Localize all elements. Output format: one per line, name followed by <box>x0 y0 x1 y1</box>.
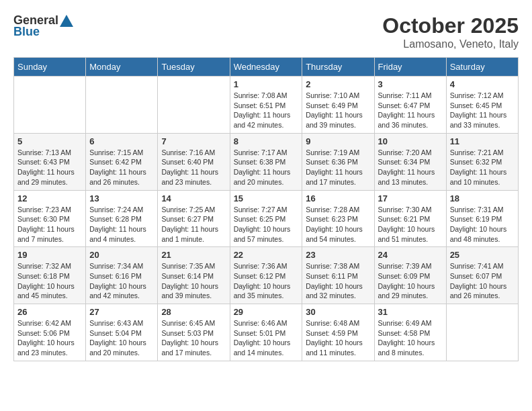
day-number: 13 <box>89 193 154 203</box>
day-info: Sunrise: 7:11 AMSunset: 6:47 PMDaylight:… <box>378 91 443 130</box>
day-cell: 21Sunrise: 7:35 AMSunset: 6:14 PMDayligh… <box>158 247 230 304</box>
day-number: 29 <box>234 307 299 317</box>
day-info: Sunrise: 7:36 AMSunset: 6:12 PMDaylight:… <box>234 261 299 301</box>
header-row: SundayMondayTuesdayWednesdayThursdayFrid… <box>14 58 519 77</box>
day-number: 17 <box>378 193 443 203</box>
day-number: 21 <box>161 250 226 260</box>
day-number: 12 <box>17 193 82 203</box>
day-cell: 3Sunrise: 7:11 AMSunset: 6:47 PMDaylight… <box>374 77 446 134</box>
header-cell-thursday: Thursday <box>302 58 374 77</box>
calendar-subtitle: Lamosano, Veneto, Italy <box>382 38 519 50</box>
week-row-3: 19Sunrise: 7:32 AMSunset: 6:18 PMDayligh… <box>14 247 519 304</box>
day-cell: 10Sunrise: 7:20 AMSunset: 6:34 PMDayligh… <box>374 133 446 190</box>
day-number: 8 <box>234 136 299 146</box>
day-cell: 9Sunrise: 7:19 AMSunset: 6:36 PMDaylight… <box>302 133 374 190</box>
day-number: 7 <box>161 136 226 146</box>
day-number: 11 <box>450 136 515 146</box>
day-cell: 27Sunrise: 6:43 AMSunset: 5:04 PMDayligh… <box>86 304 158 361</box>
day-number: 25 <box>450 250 515 260</box>
calendar-table: SundayMondayTuesdayWednesdayThursdayFrid… <box>13 57 519 361</box>
day-info: Sunrise: 7:27 AMSunset: 6:25 PMDaylight:… <box>234 205 299 244</box>
day-number: 2 <box>306 79 370 89</box>
day-info: Sunrise: 7:41 AMSunset: 6:07 PMDaylight:… <box>450 261 515 301</box>
header: General Blue October 2025 Lamosano, Vene… <box>13 13 519 50</box>
day-info: Sunrise: 7:16 AMSunset: 6:40 PMDaylight:… <box>161 148 226 187</box>
day-info: Sunrise: 7:31 AMSunset: 6:19 PMDaylight:… <box>450 205 515 244</box>
day-number: 22 <box>234 250 299 260</box>
week-row-1: 5Sunrise: 7:13 AMSunset: 6:43 PMDaylight… <box>14 133 519 190</box>
day-number: 9 <box>306 136 370 146</box>
week-row-2: 12Sunrise: 7:23 AMSunset: 6:30 PMDayligh… <box>14 190 519 247</box>
week-row-4: 26Sunrise: 6:42 AMSunset: 5:06 PMDayligh… <box>14 304 519 361</box>
day-info: Sunrise: 7:30 AMSunset: 6:21 PMDaylight:… <box>378 205 443 244</box>
day-number: 14 <box>161 193 226 203</box>
day-cell <box>86 77 158 134</box>
svg-marker-0 <box>60 15 73 27</box>
day-number: 16 <box>306 193 370 203</box>
day-cell: 12Sunrise: 7:23 AMSunset: 6:30 PMDayligh… <box>14 190 86 247</box>
day-cell: 26Sunrise: 6:42 AMSunset: 5:06 PMDayligh… <box>14 304 86 361</box>
day-cell: 19Sunrise: 7:32 AMSunset: 6:18 PMDayligh… <box>14 247 86 304</box>
day-info: Sunrise: 7:21 AMSunset: 6:32 PMDaylight:… <box>450 148 515 187</box>
day-info: Sunrise: 7:08 AMSunset: 6:51 PMDaylight:… <box>234 91 299 130</box>
day-info: Sunrise: 7:15 AMSunset: 6:42 PMDaylight:… <box>89 148 154 187</box>
day-number: 4 <box>450 79 515 89</box>
day-number: 20 <box>89 250 154 260</box>
day-number: 15 <box>234 193 299 203</box>
day-info: Sunrise: 6:46 AMSunset: 5:01 PMDaylight:… <box>234 318 299 358</box>
day-cell: 16Sunrise: 7:28 AMSunset: 6:23 PMDayligh… <box>302 190 374 247</box>
day-cell: 14Sunrise: 7:25 AMSunset: 6:27 PMDayligh… <box>158 190 230 247</box>
day-cell: 1Sunrise: 7:08 AMSunset: 6:51 PMDaylight… <box>230 77 302 134</box>
week-row-0: 1Sunrise: 7:08 AMSunset: 6:51 PMDaylight… <box>14 77 519 134</box>
day-number: 28 <box>161 307 226 317</box>
day-cell: 13Sunrise: 7:24 AMSunset: 6:28 PMDayligh… <box>86 190 158 247</box>
day-cell: 20Sunrise: 7:34 AMSunset: 6:16 PMDayligh… <box>86 247 158 304</box>
title-area: October 2025 Lamosano, Veneto, Italy <box>382 13 519 50</box>
day-number: 23 <box>306 250 370 260</box>
day-info: Sunrise: 7:23 AMSunset: 6:30 PMDaylight:… <box>17 205 82 244</box>
day-cell: 23Sunrise: 7:38 AMSunset: 6:11 PMDayligh… <box>302 247 374 304</box>
day-cell <box>446 304 518 361</box>
day-info: Sunrise: 7:25 AMSunset: 6:27 PMDaylight:… <box>161 205 226 244</box>
day-number: 30 <box>306 307 370 317</box>
day-info: Sunrise: 7:28 AMSunset: 6:23 PMDaylight:… <box>306 205 370 244</box>
day-number: 3 <box>378 79 443 89</box>
day-cell: 24Sunrise: 7:39 AMSunset: 6:09 PMDayligh… <box>374 247 446 304</box>
day-info: Sunrise: 7:39 AMSunset: 6:09 PMDaylight:… <box>378 261 443 301</box>
day-number: 31 <box>378 307 443 317</box>
header-cell-monday: Monday <box>86 58 158 77</box>
day-info: Sunrise: 7:17 AMSunset: 6:38 PMDaylight:… <box>234 148 299 187</box>
day-cell: 2Sunrise: 7:10 AMSunset: 6:49 PMDaylight… <box>302 77 374 134</box>
header-cell-tuesday: Tuesday <box>158 58 230 77</box>
day-info: Sunrise: 6:45 AMSunset: 5:03 PMDaylight:… <box>161 318 226 358</box>
day-cell: 5Sunrise: 7:13 AMSunset: 6:43 PMDaylight… <box>14 133 86 190</box>
day-info: Sunrise: 6:42 AMSunset: 5:06 PMDaylight:… <box>17 318 82 358</box>
day-info: Sunrise: 6:48 AMSunset: 4:59 PMDaylight:… <box>306 318 370 358</box>
logo-icon <box>60 15 73 27</box>
day-cell <box>158 77 230 134</box>
header-cell-sunday: Sunday <box>14 58 86 77</box>
day-cell: 15Sunrise: 7:27 AMSunset: 6:25 PMDayligh… <box>230 190 302 247</box>
day-info: Sunrise: 7:32 AMSunset: 6:18 PMDaylight:… <box>17 261 82 301</box>
day-info: Sunrise: 7:13 AMSunset: 6:43 PMDaylight:… <box>17 148 82 187</box>
day-cell: 31Sunrise: 6:49 AMSunset: 4:58 PMDayligh… <box>374 304 446 361</box>
header-cell-saturday: Saturday <box>446 58 518 77</box>
day-cell: 11Sunrise: 7:21 AMSunset: 6:32 PMDayligh… <box>446 133 518 190</box>
day-info: Sunrise: 7:38 AMSunset: 6:11 PMDaylight:… <box>306 261 370 301</box>
logo-blue: Blue <box>13 25 40 39</box>
day-number: 27 <box>89 307 154 317</box>
day-cell: 4Sunrise: 7:12 AMSunset: 6:45 PMDaylight… <box>446 77 518 134</box>
day-cell: 17Sunrise: 7:30 AMSunset: 6:21 PMDayligh… <box>374 190 446 247</box>
header-cell-wednesday: Wednesday <box>230 58 302 77</box>
calendar-title: October 2025 <box>382 13 519 38</box>
day-number: 18 <box>450 193 515 203</box>
day-cell: 7Sunrise: 7:16 AMSunset: 6:40 PMDaylight… <box>158 133 230 190</box>
day-number: 10 <box>378 136 443 146</box>
day-cell: 30Sunrise: 6:48 AMSunset: 4:59 PMDayligh… <box>302 304 374 361</box>
day-info: Sunrise: 7:19 AMSunset: 6:36 PMDaylight:… <box>306 148 370 187</box>
day-cell: 28Sunrise: 6:45 AMSunset: 5:03 PMDayligh… <box>158 304 230 361</box>
day-cell: 22Sunrise: 7:36 AMSunset: 6:12 PMDayligh… <box>230 247 302 304</box>
day-info: Sunrise: 7:34 AMSunset: 6:16 PMDaylight:… <box>89 261 154 301</box>
day-cell: 6Sunrise: 7:15 AMSunset: 6:42 PMDaylight… <box>86 133 158 190</box>
day-cell: 29Sunrise: 6:46 AMSunset: 5:01 PMDayligh… <box>230 304 302 361</box>
